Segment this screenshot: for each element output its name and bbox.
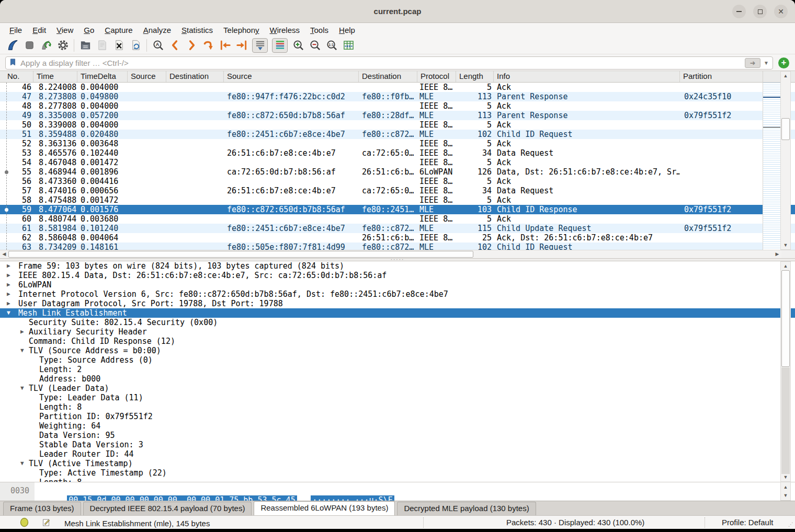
scroll-down-icon[interactable]: ▼	[781, 473, 790, 481]
resize-grip[interactable]: ⋰	[788, 522, 793, 527]
filter-bookmark-icon[interactable]	[9, 58, 16, 68]
column-header-partition[interactable]: Partition	[680, 71, 763, 82]
packet-list-minimap[interactable]	[763, 83, 780, 250]
scrollbar-track[interactable]	[781, 367, 790, 474]
collapse-arrow-icon[interactable]: ▼	[7, 308, 10, 318]
minimize-button[interactable]	[732, 5, 746, 18]
packet-row-60[interactable]: 608.4807440.003680IEEE 8…5Ack	[0, 214, 795, 224]
packet-row-50[interactable]: 508.3390080.004000IEEE 8…5Ack	[0, 120, 795, 130]
colorize-button[interactable]	[272, 38, 288, 53]
column-header-protocol[interactable]: Protocol	[417, 71, 456, 82]
packet-row-48[interactable]: 488.2778080.004000IEEE 8…5Ack	[0, 101, 795, 111]
expand-arrow-icon[interactable]: ▶	[7, 290, 10, 299]
byte-tab[interactable]: Decrypted MLE payload (130 bytes)	[397, 502, 536, 515]
expand-arrow-icon[interactable]: ▶	[20, 327, 24, 337]
packet-row-52[interactable]: 528.3631360.003648IEEE 8…5Ack	[0, 139, 795, 148]
packet-row-58[interactable]: 588.4754880.001472IEEE 8…5Ack	[0, 195, 795, 205]
detail-line[interactable]: ▼TLV (Active Timestamp)	[0, 459, 795, 468]
expand-arrow-icon[interactable]: ▶	[7, 280, 10, 290]
column-header-source[interactable]: Source	[128, 71, 166, 82]
column-header-destination[interactable]: Destination	[166, 71, 224, 82]
detail-line[interactable]: ▼TLV (Leader Data)	[0, 384, 795, 393]
packet-row-54[interactable]: 548.4670480.001472IEEE 8…5Ack	[0, 158, 795, 167]
expert-info-icon[interactable]	[20, 517, 29, 529]
byte-tab[interactable]: Decrypted IEEE 802.15.4 payload (70 byte…	[83, 502, 252, 515]
packet-bytes-pane[interactable]: 0030 00 15 0d 00 00 00 00 00 00 00 01 75…	[0, 482, 795, 501]
detail-line[interactable]: ▶6LoWPAN	[0, 280, 795, 290]
column-header-no[interactable]: No.	[0, 71, 33, 82]
collapse-arrow-icon[interactable]: ▼	[20, 459, 24, 468]
display-filter-input[interactable]	[20, 59, 745, 67]
titlebar[interactable]: current.pcap ✕	[0, 0, 795, 23]
find-packet-button[interactable]: A	[150, 38, 166, 53]
bytes-vscrollbar[interactable]: ▲ ▼	[780, 482, 791, 501]
auto-scroll-button[interactable]	[252, 38, 268, 53]
column-header-timedelta[interactable]: TimeDelta	[77, 71, 128, 82]
packet-row-63[interactable]: 638.7342090.148161fe80::505e:f807:7f81:4…	[0, 242, 795, 250]
display-filter-field[interactable]: ➜ ▼	[5, 56, 773, 70]
menu-capture[interactable]: Capture	[99, 25, 138, 36]
zoom-original-button[interactable]: 1:1	[324, 38, 339, 53]
packet-row-51[interactable]: 518.3594880.020480fe80::2451:c6b7:e8ce:4…	[0, 130, 795, 139]
packet-row-46[interactable]: 468.2240080.004000IEEE 8…5Ack	[0, 83, 795, 92]
expand-arrow-icon[interactable]: ▶	[7, 271, 10, 280]
menu-telephony[interactable]: Telephony	[218, 25, 264, 36]
column-header-length[interactable]: Length	[456, 71, 494, 82]
scroll-up-icon[interactable]: ▲	[781, 483, 790, 491]
save-file-button[interactable]	[94, 38, 110, 53]
resize-columns-button[interactable]	[340, 38, 356, 53]
detail-line[interactable]: ▶Auxiliary Security Header	[0, 327, 795, 337]
detail-line[interactable]: ▼TLV (Source Address = b0:00)	[0, 346, 795, 355]
expand-arrow-icon[interactable]: ▶	[7, 261, 10, 271]
details-vscrollbar[interactable]: ▲ ▼	[780, 261, 791, 482]
scroll-down-icon[interactable]: ▼	[781, 241, 790, 249]
detail-line[interactable]: Type: Leader Data (11)	[0, 393, 795, 402]
packet-row-56[interactable]: 568.4733600.004416IEEE 8…5Ack	[0, 177, 795, 186]
menu-tools[interactable]: Tools	[305, 25, 334, 36]
go-to-packet-button[interactable]	[200, 38, 216, 53]
column-header-time[interactable]: Time	[33, 71, 77, 82]
detail-line[interactable]: Length: 8	[0, 402, 795, 412]
add-filter-button-icon[interactable]: +	[778, 57, 789, 68]
packet-row-53[interactable]: 538.4655760.10244026:51:c6:b7:e8:ce:4b:e…	[0, 148, 795, 158]
detail-line[interactable]: ▼Mesh Link Establishment	[0, 308, 795, 318]
status-profile[interactable]: Profile: Default	[722, 518, 773, 527]
detail-line[interactable]: Leader Router ID: 44	[0, 449, 795, 459]
start-capture-button[interactable]	[5, 38, 20, 53]
collapse-arrow-icon[interactable]: ▼	[20, 346, 24, 355]
hex-ascii[interactable]: ········ ···u·S\E	[282, 486, 394, 495]
zoom-in-button[interactable]	[290, 38, 306, 53]
menu-go[interactable]: Go	[78, 25, 99, 36]
scroll-down-icon[interactable]: ▼	[781, 491, 790, 500]
packet-list-header[interactable]: No.TimeTimeDeltaSourceDestinationSourceD…	[0, 71, 795, 83]
hex-bytes[interactable]: 00 15 0d 00 00 00 00 00 00 00 01 75 bb 5…	[39, 486, 297, 495]
stop-capture-button[interactable]	[21, 38, 37, 53]
expand-arrow-icon[interactable]: ▶	[7, 299, 10, 308]
packet-row-61[interactable]: 618.5819840.101240fe80::2451:c6b7:e8ce:4…	[0, 224, 795, 233]
detail-line[interactable]: Type: Source Address (0)	[0, 355, 795, 365]
scroll-left-icon[interactable]: ◀	[0, 250, 8, 258]
menu-file[interactable]: File	[4, 25, 27, 36]
detail-line[interactable]: ▶Frame 59: 103 bytes on wire (824 bits),…	[0, 261, 795, 271]
first-packet-button[interactable]	[217, 38, 233, 53]
column-header-source2[interactable]: Source	[224, 71, 359, 82]
scroll-up-icon[interactable]: ▲	[781, 262, 790, 270]
detail-line[interactable]: Length: 8	[0, 478, 795, 482]
byte-tab[interactable]: Frame (103 bytes)	[3, 502, 81, 515]
capture-options-button[interactable]	[55, 38, 71, 53]
detail-line[interactable]: Security Suite: 802.15.4 Security (0x00)	[0, 318, 795, 327]
detail-line[interactable]: ▶User Datagram Protocol, Src Port: 19788…	[0, 299, 795, 308]
detail-line[interactable]: ▶IEEE 802.15.4 Data, Dst: 26:51:c6:b7:e8…	[0, 271, 795, 280]
scrollbar-thumb[interactable]	[781, 118, 790, 140]
scrollbar-thumb[interactable]	[781, 270, 790, 367]
packet-row-49[interactable]: 498.3350080.057200fe80::c872:650d:b7b8:5…	[0, 111, 795, 120]
filter-dropdown-icon[interactable]: ▼	[762, 58, 771, 68]
column-header-info[interactable]: Info	[494, 71, 680, 82]
detail-line[interactable]: Address: b000	[0, 374, 795, 384]
detail-line[interactable]: Stable Data Version: 3	[0, 440, 795, 449]
byte-tab[interactable]: Reassembled 6LoWPAN (193 bytes)	[254, 501, 395, 515]
zoom-out-button[interactable]	[307, 38, 323, 53]
collapse-arrow-icon[interactable]: ▼	[20, 384, 24, 393]
scroll-right-icon[interactable]: ▶	[773, 250, 781, 258]
last-packet-button[interactable]	[234, 38, 249, 53]
